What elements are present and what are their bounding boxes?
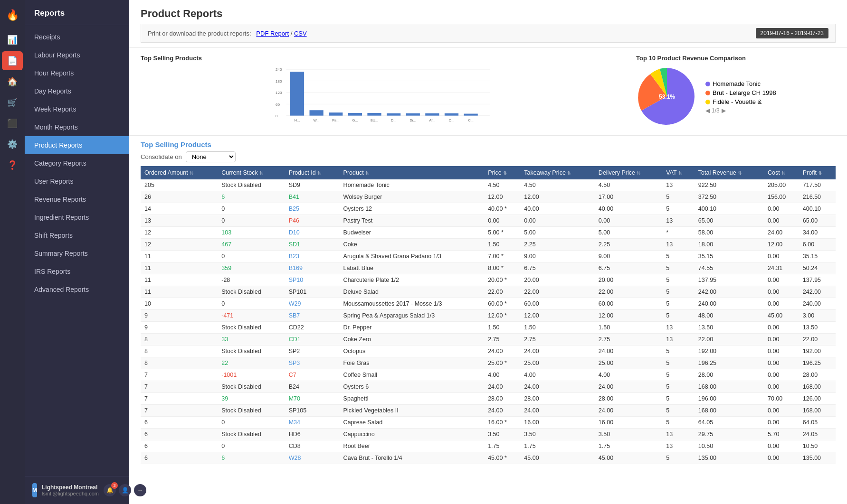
col-delivery-price[interactable]: Delivery Price ⇅ [595,166,662,179]
cell-current-stock: 467 [218,239,285,251]
col-takeaway-price[interactable]: Takeaway Price ⇅ [520,166,595,179]
product-id-link[interactable]: B25 [289,205,299,212]
sidebar-item-product-reports[interactable]: Product Reports [25,136,129,154]
cell-price: 24.00 [484,345,520,357]
logout-button[interactable]: → [134,484,146,496]
sidebar-item-hour-reports[interactable]: Hour Reports [25,64,129,82]
nav-icon-settings[interactable]: ⚙️ [2,135,23,154]
nav-icon-reports[interactable]: 📄 [2,51,23,70]
cell-delivery-price: 1.50 [595,322,662,334]
cell-profit: 240.00 [799,298,836,310]
sidebar-item-category-reports[interactable]: Category Reports [25,154,129,172]
cell-profit: 242.00 [799,286,836,298]
cell-delivery-price: 9.00 [595,251,662,262]
pie-chart-title: Top 10 Product Revenue Comparison [636,55,836,62]
user-button[interactable]: 👤 [119,484,131,496]
cell-takeaway-price: 22.00 [520,286,595,298]
product-id-link[interactable]: W28 [289,455,301,461]
col-price[interactable]: Price ⇅ [484,166,520,179]
sidebar-item-month-reports[interactable]: Month Reports [25,118,129,136]
cell-price: 4.00 [484,369,520,381]
table-row: 8 33 CD1 Coke Zero 2.75 2.75 2.75 13 22.… [141,334,836,345]
nav-icon-question[interactable]: ❓ [2,156,23,175]
table-row: 12 103 D10 Budweiser 5.00 * 5.00 5.00 * … [141,227,836,239]
svg-text:Af...: Af... [429,118,435,122]
footer-text: Lightspeed Montreal lsmtl@lightspeedhq.c… [42,484,99,496]
pdf-report-link[interactable]: PDF Report [256,30,289,37]
product-id-link[interactable]: M34 [289,419,300,426]
col-vat[interactable]: VAT ⇅ [662,166,695,179]
cell-profit: 137.95 [799,274,836,286]
app-logo[interactable]: 🔥 [2,6,23,25]
cell-current-stock: 6 [218,191,285,203]
sidebar-item-shift-reports[interactable]: Shift Reports [25,226,129,244]
col-current-stock[interactable]: Current Stock ⇅ [218,166,285,179]
cell-vat: 13 [662,334,695,345]
nav-icon-orders[interactable]: 🛒 [2,93,23,112]
cell-total-revenue: 922.50 [695,179,764,191]
product-id-link[interactable]: SP10 [289,277,304,283]
sidebar-item-receipts[interactable]: Receipts [25,28,129,46]
sidebar-item-ingredient-reports[interactable]: Ingredient Reports [25,208,129,226]
cell-cost: 0.00 [764,440,799,452]
cell-ordered-amount: 26 [141,191,218,203]
product-id-link[interactable]: C7 [289,372,296,378]
product-id-link[interactable]: SB7 [289,312,300,319]
cell-total-revenue: 35.15 [695,251,764,262]
cell-product-id: W28 [285,452,340,464]
sidebar-item-revenue-reports[interactable]: Revenue Reports [25,190,129,208]
cell-takeaway-price: 16.00 [520,417,595,429]
sidebar-item-labour-reports[interactable]: Labour Reports [25,46,129,64]
sidebar-item-day-reports[interactable]: Day Reports [25,82,129,100]
product-id-link[interactable]: D10 [289,229,300,236]
product-id-link[interactable]: SD1 [289,241,300,248]
sidebar-item-user-reports[interactable]: User Reports [25,172,129,190]
consolidate-select[interactable]: None Product Category [186,151,236,162]
product-id-link[interactable]: SP3 [289,360,300,366]
product-id-link[interactable]: W29 [289,300,301,307]
sidebar-item-summary-reports[interactable]: Summary Reports [25,244,129,262]
col-cost[interactable]: Cost ⇅ [764,166,799,179]
cell-current-stock: 22 [218,357,285,369]
product-id-link[interactable]: B23 [289,253,299,260]
cell-cost: 0.00 [764,322,799,334]
product-id-link[interactable]: CD1 [289,336,301,343]
col-total-revenue[interactable]: Total Revenue ⇅ [695,166,764,179]
csv-link[interactable]: CSV [294,30,307,37]
cell-vat: 5 [662,417,695,429]
cell-takeaway-price: 2.75 [520,334,595,345]
pie-nav-prev[interactable]: ◀ [705,107,710,114]
cell-total-revenue: 400.10 [695,203,764,215]
cell-total-revenue: 10.50 [695,440,764,452]
cell-ordered-amount: 7 [141,405,218,417]
product-id-link[interactable]: B41 [289,194,299,200]
pie-chart-area: 53.1% Homemade Tonic Brut - Lelarge CH 1… [636,65,836,129]
sidebar-item-advanced-reports[interactable]: Advanced Reports [25,280,129,299]
notifications-button[interactable]: 🔔 3 [104,484,116,496]
nav-icon-layers[interactable]: ⬛ [2,114,23,133]
cell-cost: 0.00 [764,381,799,393]
col-ordered-amount[interactable]: Ordered Amount ⇅ [141,166,218,179]
svg-text:C...: C... [468,118,473,122]
col-product-id[interactable]: Product Id ⇅ [285,166,340,179]
cell-profit: 34.00 [799,227,836,239]
product-id-link[interactable]: M70 [289,395,300,402]
cell-price: 20.00 * [484,274,520,286]
pie-nav-next[interactable]: ▶ [722,107,726,114]
product-id-link[interactable]: P46 [289,217,299,224]
svg-rect-20 [387,113,400,116]
cell-profit: 3.00 [799,310,836,322]
cell-vat: 5 [662,298,695,310]
cell-total-revenue: 192.00 [695,345,764,357]
nav-icon-dashboard[interactable]: 📊 [2,30,23,49]
cell-takeaway-price: 60.00 [520,298,595,310]
toolbar-text: Print or download the product reports: P… [148,30,307,37]
col-product[interactable]: Product ⇅ [340,166,485,179]
pie-nav: ◀ 1/3 ▶ [705,107,776,114]
sidebar-item-irs-reports[interactable]: IRS Reports [25,262,129,280]
cell-ordered-amount: 9 [141,310,218,322]
col-profit[interactable]: Profit ⇅ [799,166,836,179]
product-id-link[interactable]: B169 [289,265,303,271]
sidebar-item-week-reports[interactable]: Week Reports [25,100,129,118]
nav-icon-home[interactable]: 🏠 [2,72,23,91]
